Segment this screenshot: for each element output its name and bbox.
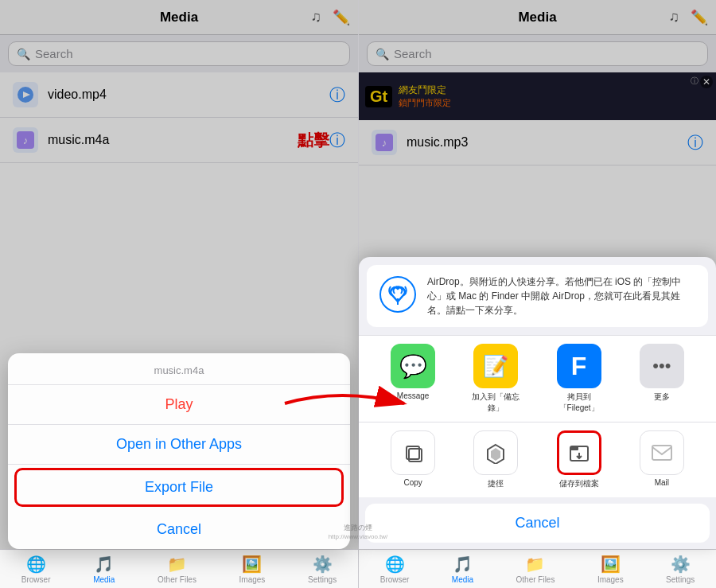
tab-media-right[interactable]: 🎵 Media — [452, 555, 473, 584]
fileget-app-icon: F — [557, 344, 601, 388]
tab-settings-label-left: Settings — [308, 575, 337, 584]
share-actions-row: Copy 捷徑 儲存到檔案 Mail — [359, 422, 716, 497]
share-app-more[interactable]: ••• 更多 — [634, 344, 690, 414]
svg-rect-15 — [652, 446, 671, 460]
tab-images-label-left: Images — [239, 575, 266, 584]
share-apps-row: 💬 Message 📝 加入到「備忘錄」 F 拷貝到「Fileget」 ••• — [359, 335, 716, 422]
otherfiles-icon: 📁 — [167, 555, 187, 574]
shortcut-action-icon — [473, 430, 518, 475]
export-file-button[interactable]: Export File — [14, 468, 344, 507]
share-app-message[interactable]: 💬 Message — [385, 344, 441, 414]
tab-settings-right[interactable]: ⚙️ Settings — [666, 555, 695, 584]
right-browser-icon: 🌐 — [385, 555, 405, 574]
share-app-notes[interactable]: 📝 加入到「備忘錄」 — [468, 344, 523, 414]
right-bottom-tabs: 🌐 Browser 🎵 Media 📁 Other Files 🖼️ Image… — [359, 549, 716, 588]
airdrop-description: AirDrop。與附近的人快速分享。若他們已在 iOS 的「控制中心」或 Mac… — [427, 275, 697, 317]
tab-browser-left[interactable]: 🌐 Browser — [21, 555, 51, 584]
media-icon: 🎵 — [94, 555, 114, 574]
tab-media-label-right: Media — [452, 575, 473, 584]
tab-media-left[interactable]: 🎵 Media — [93, 555, 115, 584]
mail-action-label: Mail — [655, 478, 669, 487]
left-panel: Media ♫ ✏️ 🔍 Search video.mp4 ⓘ ♪ music.… — [0, 0, 358, 588]
svg-rect-13 — [570, 446, 578, 450]
mail-action-icon — [640, 430, 684, 475]
shortcut-action-label: 捷徑 — [488, 478, 504, 489]
tab-media-label-left: Media — [93, 575, 115, 584]
tab-otherfiles-left[interactable]: 📁 Other Files — [158, 555, 197, 584]
right-settings-icon: ⚙️ — [671, 555, 691, 574]
fileget-app-label: 拷貝到「Fileget」 — [551, 391, 607, 414]
copy-action-icon — [391, 430, 435, 475]
left-bottom-tabs: 🌐 Browser 🎵 Media 📁 Other Files 🖼️ Image… — [0, 549, 358, 588]
svg-point-6 — [380, 277, 415, 312]
copy-action-label: Copy — [403, 478, 422, 487]
airdrop-section: AirDrop。與附近的人快速分享。若他們已在 iOS 的「控制中心」或 Mac… — [367, 265, 708, 327]
share-action-save-files[interactable]: 儲存到檔案 — [551, 430, 607, 489]
tab-images-left[interactable]: 🖼️ Images — [239, 555, 266, 584]
more-app-icon: ••• — [640, 344, 684, 388]
share-action-copy[interactable]: Copy — [385, 430, 441, 489]
tab-images-right[interactable]: 🖼️ Images — [597, 555, 624, 584]
notes-app-label: 加入到「備忘錄」 — [468, 391, 523, 414]
tab-otherfiles-label-left: Other Files — [158, 575, 197, 584]
settings-icon: ⚙️ — [313, 555, 333, 574]
tab-browser-label-left: Browser — [21, 575, 51, 584]
right-panel: Media ♫ ✏️ 🔍 Search Gt 網友鬥限定 鎖鬥門市限定 ⓘ ✕ … — [358, 0, 716, 588]
share-action-shortcut[interactable]: 捷徑 — [468, 430, 523, 489]
save-files-action-label: 儲存到檔案 — [559, 478, 599, 489]
share-sheet: AirDrop。與附近的人快速分享。若他們已在 iOS 的「控制中心」或 Mac… — [359, 257, 716, 549]
tab-images-label-right: Images — [597, 575, 624, 584]
share-action-mail[interactable]: Mail — [634, 430, 690, 489]
right-media-icon: 🎵 — [453, 555, 473, 574]
save-files-action-icon — [557, 430, 601, 475]
svg-marker-11 — [491, 448, 500, 461]
left-cancel-button[interactable]: Cancel — [8, 510, 350, 549]
play-button[interactable]: Play — [8, 385, 350, 425]
left-action-sheet: music.m4a Play Open in Other Apps Export… — [8, 353, 350, 549]
tab-settings-label-right: Settings — [666, 575, 695, 584]
message-app-label: Message — [397, 391, 430, 400]
tab-browser-right[interactable]: 🌐 Browser — [380, 555, 410, 584]
share-app-fileget[interactable]: F 拷貝到「Fileget」 — [551, 344, 607, 414]
tab-settings-left[interactable]: ⚙️ Settings — [308, 555, 337, 584]
right-otherfiles-icon: 📁 — [525, 555, 545, 574]
message-app-icon: 💬 — [391, 344, 435, 388]
more-app-label: 更多 — [654, 391, 670, 403]
notes-app-icon: 📝 — [473, 344, 518, 388]
images-icon: 🖼️ — [242, 555, 262, 574]
tab-otherfiles-label-right: Other Files — [516, 575, 555, 584]
right-cancel-button[interactable]: Cancel — [365, 504, 710, 543]
browser-icon: 🌐 — [26, 555, 46, 574]
airdrop-icon — [378, 275, 418, 314]
right-images-icon: 🖼️ — [601, 555, 621, 574]
tab-browser-label-right: Browser — [380, 575, 410, 584]
tab-otherfiles-right[interactable]: 📁 Other Files — [516, 555, 555, 584]
action-sheet-title: music.m4a — [8, 353, 350, 385]
open-in-other-apps-button[interactable]: Open in Other Apps — [8, 425, 350, 465]
